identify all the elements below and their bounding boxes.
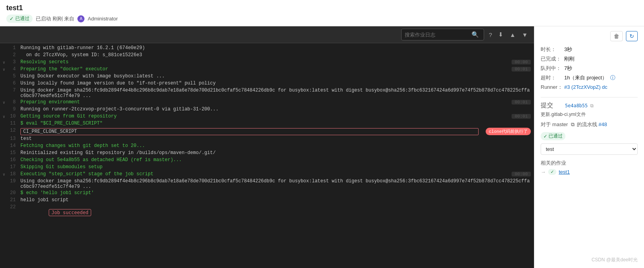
related-label: 相关的作业: [541, 160, 638, 167]
log-line: ∨ 8 Preparing environment 00:01: [0, 99, 534, 106]
pipeline-status-badge: ✓ 已通过: [541, 132, 565, 140]
commit-hash[interactable]: 5e4a8b55: [565, 103, 588, 108]
admin-name: Administrator: [88, 16, 118, 22]
check-icon: ✓: [9, 16, 14, 22]
log-line: 17 Skipping Git submodules setup: [0, 164, 534, 171]
timeout-label: 超时：: [541, 74, 563, 81]
timeout-row: 超时： 1h（来自 project） ⓘ: [541, 74, 638, 81]
help-icon[interactable]: ?: [487, 31, 494, 39]
page-header: test1 ✓ 已通过 已启动 刚刚 来自 A Administrator: [0, 0, 644, 26]
log-line-highlighted: 12 CI_PRE_CLONE_SCRIPT clone代码前执行了: [0, 127, 534, 136]
download-icon[interactable]: ⬇: [497, 30, 505, 39]
log-toolbar: 🔍 ? ⬇ ▲ ▼: [0, 26, 534, 43]
sidebar: 🗑 ↻ 时长： 3秒 已完成： 刚刚 队列中： 7秒 超时： 1h（来自 pro…: [534, 26, 644, 268]
completed-value: 刚刚: [564, 55, 574, 62]
log-line: ∨ 3 Resolving secrets 00:00: [0, 59, 534, 66]
log-line: 19 Using docker image sha256:fc9db2894f4…: [0, 178, 534, 190]
job-name-link[interactable]: test1: [559, 169, 570, 175]
duration-value: 3秒: [564, 46, 572, 53]
log-line: 11 $ eval "$CI_PRE_CLONE_SCRIPT": [0, 120, 534, 127]
log-line: ∨ 10 Getting source from Git repository …: [0, 113, 534, 120]
related-job: → ✓ test1: [541, 169, 638, 175]
completed-label: 已完成：: [541, 55, 563, 62]
status-badge: ✓ 已通过: [6, 15, 33, 23]
avatar: A: [77, 15, 84, 22]
annotation-bubble: clone代码前执行了: [486, 128, 531, 135]
log-line: 20 $ echo 'hello job1 script': [0, 190, 534, 197]
duration-label: 时长：: [541, 46, 563, 53]
search-input[interactable]: [405, 32, 468, 38]
log-line: 6 Using locally found image version due …: [0, 80, 534, 87]
timeout-help-icon[interactable]: ⓘ: [610, 74, 615, 81]
watermark: CSDN @最美dee时光: [541, 252, 638, 263]
log-line: 13 test: [0, 136, 534, 143]
search-box[interactable]: 🔍: [401, 29, 484, 40]
log-line-job-succeeded: 22 Job succeeded: [0, 204, 534, 222]
log-line: ∨ 4 Preparing the "docker" executor 00:0…: [0, 66, 534, 73]
runner-label: Runner：: [541, 84, 563, 91]
log-line: 14 Fetching changes with git depth set t…: [0, 143, 534, 150]
sidebar-top-actions: 🗑 ↻: [541, 31, 638, 41]
scroll-up-icon[interactable]: ▲: [508, 31, 517, 39]
log-line: ∨ 18 Executing "step_script" stage of th…: [0, 171, 534, 178]
pipeline-link[interactable]: #48: [598, 121, 607, 127]
log-line: 1 Running with gitlab-runner 16.2.1 (674…: [0, 45, 534, 52]
pipeline-check-icon: ✓: [543, 134, 547, 139]
commit-message: 更新.gitlab-ci.yml文件: [541, 111, 638, 118]
search-icon[interactable]: 🔍: [470, 30, 481, 39]
page-title: test1: [6, 4, 638, 12]
arrow-icon: →: [541, 169, 546, 175]
runner-row: Runner： #3 (2TczXVopZ) dc: [541, 84, 638, 91]
timeout-value: 1h（来自 project）: [564, 74, 607, 81]
log-line: 5 Using Docker executor with image busyb…: [0, 73, 534, 80]
divider: [541, 97, 638, 97]
log-line: 2 on dc 2TczXVop, system ID: s_881ce1522…: [0, 52, 534, 59]
retry-button[interactable]: ↻: [626, 31, 638, 41]
started-text: 已启动 刚刚 来自: [36, 15, 74, 22]
queued-value: 7秒: [564, 65, 572, 72]
log-area: 🔍 ? ⬇ ▲ ▼ 1 Running with gitlab-runner 1…: [0, 26, 534, 268]
commit-label: 提交: [541, 101, 563, 110]
log-content: 1 Running with gitlab-runner 16.2.1 (674…: [0, 43, 534, 268]
job-status-badge: ✓: [548, 169, 556, 175]
log-line: 9 Running on runner-2tczxvop-project-3-c…: [0, 106, 534, 113]
log-line: 21 hello job1 script: [0, 197, 534, 204]
log-line: 16 Checking out 5e4a8b55 as detached HEA…: [0, 157, 534, 164]
stage-select[interactable]: test: [541, 143, 638, 155]
header-meta: ✓ 已通过 已启动 刚刚 来自 A Administrator: [6, 15, 638, 23]
queued-label: 队列中：: [541, 65, 563, 72]
log-line: 7 Using docker image sha256:fc9db2894f4e…: [0, 87, 534, 99]
scroll-down-icon[interactable]: ▼: [520, 31, 529, 39]
pipeline-label: 对于 master ⧉ 的流水线 #48: [541, 121, 638, 128]
log-line: 15 Reinitialized existing Git repository…: [0, 150, 534, 157]
commit-row: 提交 5e4a8b55 ⧉: [541, 101, 638, 110]
completed-row: 已完成： 刚刚: [541, 55, 638, 62]
copy-icon[interactable]: ⧉: [590, 103, 594, 108]
delete-button[interactable]: 🗑: [610, 31, 623, 41]
duration-row: 时长： 3秒: [541, 46, 638, 53]
main-layout: 🔍 ? ⬇ ▲ ▼ 1 Running with gitlab-runner 1…: [0, 26, 644, 268]
job-succeeded-badge: Job succeeded: [49, 209, 91, 216]
queued-row: 队列中： 7秒: [541, 65, 638, 72]
runner-link[interactable]: #3 (2TczXVopZ) dc: [564, 84, 607, 90]
job-check-icon: ✓: [550, 169, 554, 174]
pipeline-copy-icon[interactable]: ⧉: [571, 121, 574, 127]
